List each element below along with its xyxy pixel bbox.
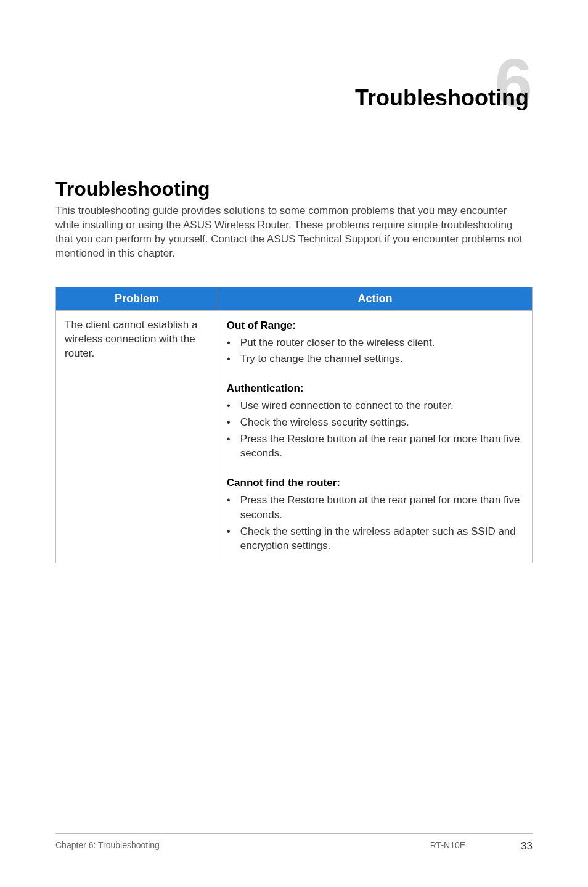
list-item: • Try to change the channel settings. — [227, 352, 523, 366]
bullet-icon: • — [227, 398, 240, 413]
action-heading: Cannot find the router: — [227, 476, 523, 490]
page-footer: Chapter 6: Troubleshooting RT-N10E 33 — [55, 833, 533, 852]
section-title: Troubleshooting — [55, 178, 533, 200]
header-action: Action — [218, 287, 532, 310]
list-item: • Use wired connection to connect to the… — [227, 398, 523, 413]
bullet-text: Put the router closer to the wireless cl… — [240, 336, 523, 350]
intro-paragraph: This troubleshooting guide provides solu… — [55, 204, 533, 261]
bullet-text: Press the Restore button at the rear pan… — [240, 493, 523, 522]
bullet-icon: • — [227, 415, 240, 430]
bullet-icon: • — [227, 336, 240, 350]
chapter-title: Troubleshooting — [355, 85, 529, 111]
bullet-icon: • — [227, 524, 240, 539]
bullet-text: Use wired connection to connect to the r… — [240, 398, 523, 413]
bullet-icon: • — [227, 493, 240, 508]
list-item: • Press the Restore button at the rear p… — [227, 493, 523, 522]
list-item: • Put the router closer to the wireless … — [227, 336, 523, 350]
action-heading: Authentication: — [227, 381, 523, 396]
footer-page-number: 33 — [521, 840, 533, 852]
bullet-text: Try to change the channel settings. — [240, 352, 523, 366]
list-item: • Check the wireless security settings. — [227, 415, 523, 430]
footer-chapter-label: Chapter 6: Troubleshooting — [55, 840, 160, 852]
header-problem: Problem — [56, 287, 218, 310]
problem-cell: The client cannot establish a wireless c… — [56, 310, 218, 563]
action-heading: Out of Range: — [227, 318, 523, 333]
bullet-icon: • — [227, 432, 240, 447]
bullet-text: Check the setting in the wireless adapte… — [240, 524, 523, 554]
footer-model: RT-N10E — [430, 840, 465, 852]
list-item: • Check the setting in the wireless adap… — [227, 524, 523, 554]
list-item: • Press the Restore button at the rear p… — [227, 432, 523, 461]
bullet-text: Press the Restore button at the rear pan… — [240, 432, 523, 461]
table-row: The client cannot establish a wireless c… — [56, 310, 533, 563]
bullet-text: Check the wireless security settings. — [240, 415, 523, 430]
troubleshooting-table: Problem Action The client cannot establi… — [55, 287, 533, 563]
chapter-heading: 6 Troubleshooting — [55, 56, 533, 110]
action-cell: Out of Range: • Put the router closer to… — [218, 310, 532, 563]
bullet-icon: • — [227, 352, 240, 366]
